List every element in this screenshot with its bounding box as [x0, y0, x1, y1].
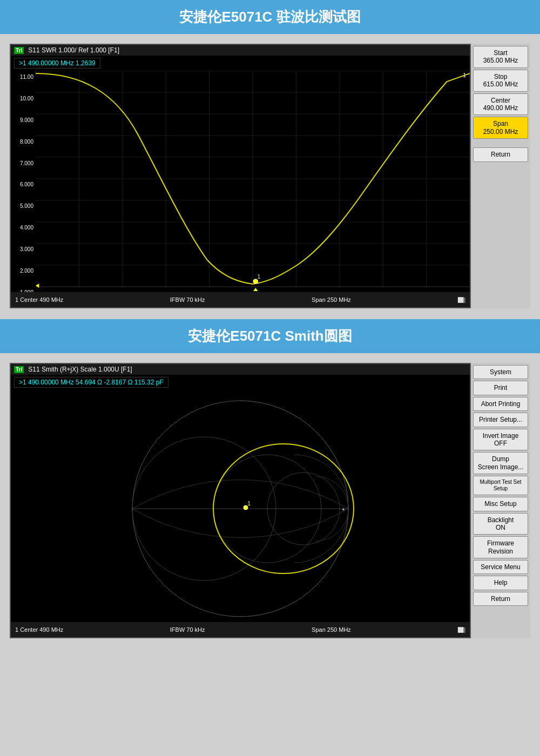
btn-multiport[interactable]: Multiport Test Set Setup — [473, 476, 528, 495]
smith-bottom-right: Span 250 MHz — [312, 626, 351, 633]
btn-backlight[interactable]: BacklightON — [473, 513, 528, 535]
smith-bottom-icon: ⬜| — [457, 627, 465, 633]
smith-bottom-center: IFBW 70 kHz — [170, 626, 205, 633]
btn-printer-setup[interactable]: Printer Setup... — [473, 413, 528, 427]
smith-screen: Trl S11 Smith (R+jX) Scale 1.000U [F1] >… — [10, 363, 471, 638]
y-label-6: 6.000 — [12, 181, 33, 187]
swr-screen-header: Trl S11 SWR 1.000/ Ref 1.000 [F1] — [11, 45, 470, 56]
svg-text:1: 1 — [257, 274, 260, 280]
btn-center[interactable]: Center490.00 MHz — [473, 93, 528, 116]
swr-chart-svg: 1 1 — [36, 71, 470, 298]
btn-service-menu[interactable]: Service Menu — [473, 560, 528, 574]
btn-help[interactable]: Help — [473, 576, 528, 590]
swr-side-panel: StartStart 365.00 MHz365.00 MHz Stop615.… — [471, 44, 530, 308]
btn-invert-image[interactable]: Invert ImageOFF — [473, 429, 528, 451]
trl-badge: Trl — [14, 47, 24, 54]
y-label-4: 4.000 — [12, 225, 33, 231]
y-label-2: 2.000 — [12, 268, 33, 274]
svg-point-21 — [253, 279, 258, 284]
svg-marker-25 — [36, 284, 39, 288]
y-label-9: 9.000 — [12, 117, 33, 123]
section2-title: 安捷伦E5071C Smith圆图 — [0, 319, 540, 353]
svg-text:1: 1 — [463, 72, 466, 78]
btn-return2[interactable]: Return — [473, 592, 528, 606]
svg-text:+: + — [342, 507, 345, 512]
btn-print[interactable]: Print — [473, 381, 528, 395]
smith-header-text: S11 Smith (R+jX) Scale 1.000U [F1] — [28, 366, 132, 373]
y-label-8: 8.000 — [12, 139, 33, 145]
btn-misc-setup[interactable]: Misc Setup — [473, 497, 528, 511]
svg-marker-24 — [253, 288, 258, 291]
swr-bottom-left: 1 Center 490 MHz — [15, 296, 63, 303]
swr-bottom-right: Span 250 MHz — [312, 296, 351, 303]
trl-badge2: Trl — [14, 366, 24, 373]
btn-start[interactable]: StartStart 365.00 MHz365.00 MHz — [473, 46, 528, 68]
swr-bottom-icon: ⬜| — [457, 297, 465, 303]
swr-bottom-bar: 1 Center 490 MHz IFBW 70 kHz Span 250 MH… — [11, 292, 470, 307]
btn-return1[interactable]: Return — [473, 147, 528, 161]
swr-marker-info: >1 490.00000 MHz 1.2639 — [14, 58, 100, 69]
smith-bottom-left: 1 Center 490 MHz — [15, 626, 63, 633]
y-label-5: 5.000 — [12, 203, 33, 209]
btn-dump-screen[interactable]: DumpScreen Image... — [473, 452, 528, 474]
btn-abort-printing[interactable]: Abort Printing — [473, 397, 528, 411]
btn-stop[interactable]: Stop615.00 MHz — [473, 70, 528, 92]
y-label-7: 7.000 — [12, 160, 33, 166]
btn-system[interactable]: System — [473, 365, 528, 379]
btn-span[interactable]: Span250.00 MHz — [473, 117, 528, 139]
smith-chart-svg: 1 + — [11, 390, 470, 627]
swr-header-text: S11 SWR 1.000/ Ref 1.000 [F1] — [28, 46, 119, 54]
y-label-3: 3.000 — [12, 246, 33, 252]
smith-marker-info: >1 490.00000 MHz 54.694 Ω -2.8167 Ω 115.… — [14, 377, 168, 388]
smith-screen-header: Trl S11 Smith (R+jX) Scale 1.000U [F1] — [11, 364, 470, 375]
smith-bottom-bar: 1 Center 490 MHz IFBW 70 kHz Span 250 MH… — [11, 622, 470, 637]
btn-firmware-revision[interactable]: FirmwareRevision — [473, 536, 528, 558]
y-label-10: 10.00 — [12, 96, 33, 102]
svg-text:1: 1 — [247, 500, 251, 507]
section1-title: 安捷伦E5071C 驻波比测试图 — [0, 0, 540, 34]
smith-side-panel: System Print Abort Printing Printer Setu… — [471, 363, 530, 638]
y-label-11: 11.00 — [12, 74, 33, 80]
swr-screen: Trl S11 SWR 1.000/ Ref 1.000 [F1] >1 490… — [10, 44, 471, 308]
swr-bottom-center: IFBW 70 kHz — [170, 296, 205, 303]
